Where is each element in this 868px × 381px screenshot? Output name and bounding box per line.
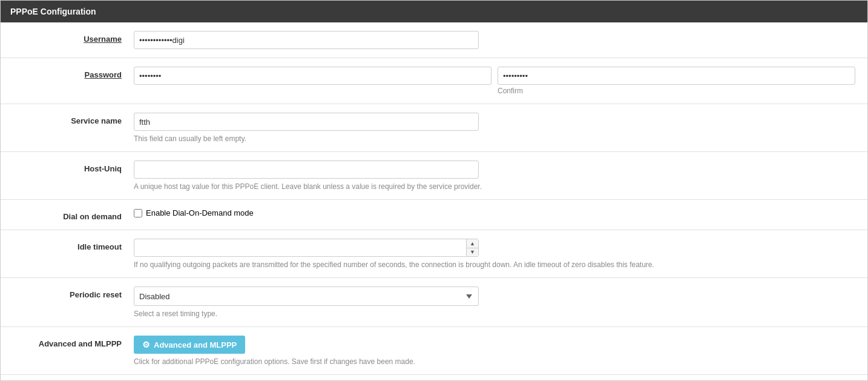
idle-timeout-label: Idle timeout xyxy=(13,239,134,251)
idle-timeout-input[interactable] xyxy=(134,239,479,257)
gear-icon: ⚙ xyxy=(142,340,150,350)
service-name-content: This field can usually be left empty. xyxy=(134,113,855,143)
dial-on-demand-content: Enable Dial-On-Demand mode xyxy=(134,208,855,217)
host-uniq-content: A unique host tag value for this PPPoE c… xyxy=(134,161,855,191)
host-uniq-wrapper xyxy=(134,161,479,179)
username-label: Username xyxy=(13,31,134,44)
password-inputs-row: Confirm xyxy=(134,67,855,95)
advanced-mlppp-row: Advanced and MLPPP ⚙ Advanced and MLPPP … xyxy=(1,327,867,375)
spinner-down-button[interactable]: ▼ xyxy=(467,248,478,257)
service-input-wrapper xyxy=(134,113,479,131)
periodic-reset-label: Periodic reset xyxy=(13,287,134,299)
title-bar: PPPoE Configuration xyxy=(1,1,867,22)
advanced-mlppp-button-label: Advanced and MLPPP xyxy=(154,340,237,350)
host-uniq-label: Host-Uniq xyxy=(13,161,134,173)
service-name-hint: This field can usually be left empty. xyxy=(134,134,855,143)
idle-timeout-content: ▲ ▼ If no qualifying outgoing packets ar… xyxy=(134,239,855,269)
spinner-buttons: ▲ ▼ xyxy=(466,239,478,256)
form-container: Username Password Confirm xyxy=(1,22,867,375)
idle-timeout-row: Idle timeout ▲ ▼ If no qualifying outgoi… xyxy=(1,230,867,278)
username-input-wrapper xyxy=(134,31,479,49)
confirm-label: Confirm xyxy=(498,87,855,95)
dial-on-demand-row: Dial on demand Enable Dial-On-Demand mod… xyxy=(1,200,867,230)
host-uniq-hint: A unique host tag value for this PPPoE c… xyxy=(134,182,855,191)
password-group xyxy=(134,67,492,95)
advanced-mlppp-label: Advanced and MLPPP xyxy=(13,336,134,348)
host-uniq-row: Host-Uniq A unique host tag value for th… xyxy=(1,152,867,200)
username-row: Username xyxy=(1,22,867,58)
dial-on-demand-checkbox[interactable] xyxy=(134,209,142,217)
username-input[interactable] xyxy=(134,31,479,49)
username-content xyxy=(134,31,855,49)
periodic-reset-row: Periodic reset Disabled Daily Weekly Mon… xyxy=(1,278,867,327)
confirm-password-group: Confirm xyxy=(498,67,855,95)
host-uniq-input[interactable] xyxy=(134,161,479,179)
dial-on-demand-label: Dial on demand xyxy=(13,208,134,221)
password-input[interactable] xyxy=(134,67,492,85)
advanced-mlppp-button-wrapper: ⚙ Advanced and MLPPP xyxy=(134,336,855,354)
password-content: Confirm xyxy=(134,67,855,95)
advanced-mlppp-hint: Click for additional PPPoE configuration… xyxy=(134,357,855,366)
advanced-mlppp-content: ⚙ Advanced and MLPPP Click for additiona… xyxy=(134,336,855,366)
dial-on-demand-checkbox-row: Enable Dial-On-Demand mode xyxy=(134,208,855,217)
password-label: Password xyxy=(13,67,134,79)
service-name-row: Service name This field can usually be l… xyxy=(1,104,867,152)
periodic-reset-select[interactable]: Disabled Daily Weekly Monthly xyxy=(134,287,479,306)
idle-timeout-hint: If no qualifying outgoing packets are tr… xyxy=(134,260,855,269)
dial-on-demand-checkbox-label: Enable Dial-On-Demand mode xyxy=(146,208,254,217)
title-text: PPPoE Configuration xyxy=(10,7,96,16)
confirm-password-input[interactable] xyxy=(498,67,855,85)
password-row: Password Confirm xyxy=(1,58,867,104)
service-name-input[interactable] xyxy=(134,113,479,131)
advanced-mlppp-button[interactable]: ⚙ Advanced and MLPPP xyxy=(134,336,245,354)
pppoe-config-window: PPPoE Configuration Username Password xyxy=(0,0,868,381)
periodic-reset-content: Disabled Daily Weekly Monthly Select a r… xyxy=(134,287,855,318)
idle-timeout-input-wrapper: ▲ ▼ xyxy=(134,239,479,257)
spinner-up-button[interactable]: ▲ xyxy=(467,239,478,248)
periodic-reset-hint: Select a reset timing type. xyxy=(134,310,855,318)
service-name-label: Service name xyxy=(13,113,134,125)
